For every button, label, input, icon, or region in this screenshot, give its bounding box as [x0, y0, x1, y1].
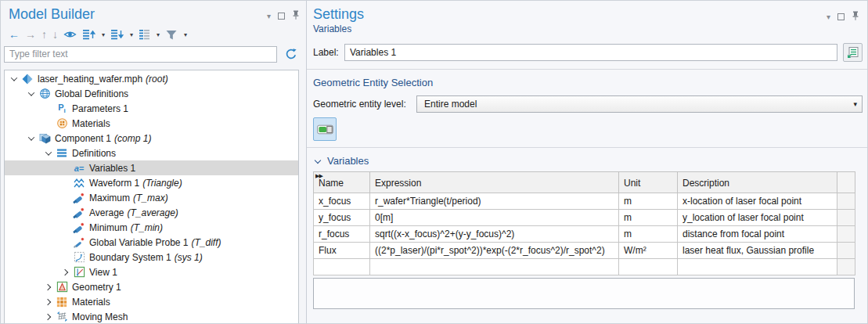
expand-all-button[interactable]	[82, 29, 95, 40]
cell-name[interactable]: Flux	[314, 243, 370, 259]
float-window-icon[interactable]	[278, 13, 285, 20]
cell-description[interactable]: y_location of laser focal point	[678, 210, 837, 226]
table-row[interactable]: r_focus sqrt((x-x_focus)^2+(y-y_focus)^2…	[314, 226, 855, 243]
cell-expression[interactable]: sqrt((x-x_focus)^2+(y-y_focus)^2)	[370, 226, 619, 243]
label-document-button[interactable]	[843, 43, 863, 62]
chevron-expanded-icon[interactable]	[8, 77, 20, 81]
cell-unit[interactable]: W/m²	[619, 243, 678, 259]
model-root-icon	[20, 73, 34, 85]
probe-icon	[72, 192, 86, 204]
column-header-unit[interactable]: Unit	[619, 172, 678, 193]
cell-description[interactable]: laser heat flux, Gaussian profile	[678, 243, 837, 259]
tree-item-definitions[interactable]: Definitions	[5, 146, 298, 160]
chevron-collapsed-icon[interactable]	[42, 300, 55, 304]
tree-item-boundary-system-1[interactable]: Boundary System 1 (sys 1)	[5, 250, 298, 265]
tree-item-view-1[interactable]: View 1	[5, 265, 298, 279]
tree-item-root[interactable]: laser_heating_wafer.mph (root)	[5, 71, 298, 86]
chevron-expanded-icon[interactable]	[25, 136, 38, 141]
model-builder-panel: Model Builder ▾ ← → ↑ ↓ ▾	[1, 1, 306, 324]
filter-funnel-button[interactable]	[165, 29, 178, 41]
float-window-icon[interactable]	[837, 13, 845, 20]
back-button[interactable]: ←	[9, 29, 20, 40]
parameters-icon: Pi	[55, 103, 69, 115]
view-icon	[72, 266, 86, 279]
collapse-all-button[interactable]	[110, 29, 124, 40]
cell-unit[interactable]: m	[619, 226, 678, 243]
chevron-collapsed-icon[interactable]	[59, 270, 72, 275]
table-row[interactable]: y_focus 0[m] m y_location of laser focal…	[314, 210, 855, 226]
tree-item-average[interactable]: Average (T_average)	[5, 205, 298, 220]
cell-description[interactable]: distance from focal point	[678, 226, 837, 243]
comsol-window: Model Builder ▾ ← → ↑ ↓ ▾	[0, 0, 868, 324]
collapse-all-caret-icon[interactable]: ▾	[130, 31, 133, 38]
forward-button[interactable]: →	[25, 29, 36, 40]
label-input[interactable]	[344, 44, 837, 61]
moving-mesh-icon	[55, 311, 69, 323]
refresh-icon[interactable]	[283, 45, 300, 63]
node-text-caret-icon[interactable]: ▾	[157, 31, 160, 38]
column-header-name[interactable]: ▶▶ Name	[314, 172, 370, 193]
tree-filter-input[interactable]	[4, 46, 277, 63]
table-row[interactable]: x_focus r_wafer*Triangle(t/period) m x-l…	[314, 193, 855, 210]
model-builder-title: Model Builder	[9, 6, 267, 23]
column-header-description[interactable]: Description	[678, 172, 837, 193]
chevron-expanded-icon[interactable]	[42, 151, 55, 156]
cell-description[interactable]: x-location of laser focal point	[678, 193, 837, 210]
model-tree: laser_heating_wafer.mph (root) Global De…	[4, 70, 299, 324]
move-down-button[interactable]: ↓	[52, 29, 58, 40]
tree-item-materials-component[interactable]: Materials	[5, 294, 298, 309]
cell-name[interactable]: x_focus	[314, 193, 370, 210]
table-row[interactable]: Flux ((2*p_laser)/(pi*r_spot^2))*exp(-(2…	[314, 243, 855, 259]
filter-caret-icon[interactable]: ▾	[184, 31, 187, 38]
pin-icon[interactable]	[852, 11, 859, 23]
document-icon	[847, 46, 859, 59]
probe-icon	[72, 221, 86, 234]
variables-section-header[interactable]: Variables	[307, 148, 867, 171]
active-selection-toggle-button[interactable]	[313, 117, 337, 141]
tree-item-geometry-1[interactable]: Geometry 1	[5, 279, 298, 294]
chevron-down-icon: ▾	[853, 100, 857, 108]
node-text-button[interactable]	[139, 29, 150, 40]
tree-item-global-definitions[interactable]: Global Definitions	[5, 86, 298, 101]
section-collapse-chevron-icon[interactable]	[315, 158, 321, 164]
cell-unit[interactable]: m	[619, 193, 678, 210]
table-row-empty[interactable]	[314, 259, 855, 275]
tree-item-materials-global[interactable]: Materials	[5, 116, 298, 131]
settings-header: Settings ▾	[307, 1, 867, 23]
model-builder-header: Model Builder ▾	[1, 1, 306, 23]
cell-expression[interactable]: r_wafer*Triangle(t/period)	[370, 193, 619, 210]
tree-item-variables-1[interactable]: a= Variables 1	[5, 160, 298, 175]
cell-name[interactable]: y_focus	[314, 210, 370, 226]
tree-item-parameters-1[interactable]: Pi Parameters 1	[5, 101, 298, 116]
tree-item-waveform-1[interactable]: Waveform 1 (Triangle)	[5, 175, 298, 190]
geometric-entity-level-select[interactable]: Entire model ▾	[416, 95, 863, 113]
materials-globe-icon	[55, 117, 69, 130]
chevron-expanded-icon[interactable]	[25, 92, 38, 96]
pin-icon[interactable]	[292, 10, 300, 22]
variables-table-extra-area	[313, 278, 855, 309]
tree-item-minimum[interactable]: Minimum (T_min)	[5, 220, 298, 235]
panel-menu-caret-icon[interactable]: ▾	[267, 13, 271, 20]
label-row: Label:	[313, 43, 863, 62]
tree-item-global-variable-probe-1[interactable]: Global Variable Probe 1 (T_diff)	[5, 235, 298, 250]
column-header-expression[interactable]: Expression	[370, 172, 619, 193]
panel-menu-caret-icon[interactable]: ▾	[827, 13, 830, 21]
variables-section-title: Variables	[327, 155, 369, 167]
tree-item-maximum[interactable]: Maximum (T_max)	[5, 190, 298, 205]
chevron-collapsed-icon[interactable]	[42, 315, 55, 319]
boundary-system-icon	[72, 251, 86, 264]
tree-item-component-1[interactable]: Component 1 (comp 1)	[5, 131, 298, 146]
expand-all-caret-icon[interactable]: ▾	[102, 31, 105, 38]
cell-unit[interactable]: m	[619, 210, 678, 226]
geometric-entity-selection-heading: Geometric Entity Selection	[307, 70, 867, 94]
cell-expression[interactable]: 0[m]	[370, 210, 619, 226]
tree-item-moving-mesh[interactable]: Moving Mesh	[5, 309, 298, 324]
chevron-collapsed-icon[interactable]	[42, 285, 55, 290]
move-up-button[interactable]: ↑	[41, 29, 47, 40]
cell-expression[interactable]: ((2*p_laser)/(pi*r_spot^2))*exp(-(2*r_fo…	[370, 243, 619, 259]
geometric-entity-level-value: Entire model	[424, 99, 852, 110]
show-eye-button[interactable]	[63, 29, 77, 40]
cell-name[interactable]: r_focus	[314, 226, 370, 243]
globe-icon	[38, 88, 52, 100]
variables-table: ▶▶ Name Expression Unit Description x_fo…	[313, 171, 855, 275]
